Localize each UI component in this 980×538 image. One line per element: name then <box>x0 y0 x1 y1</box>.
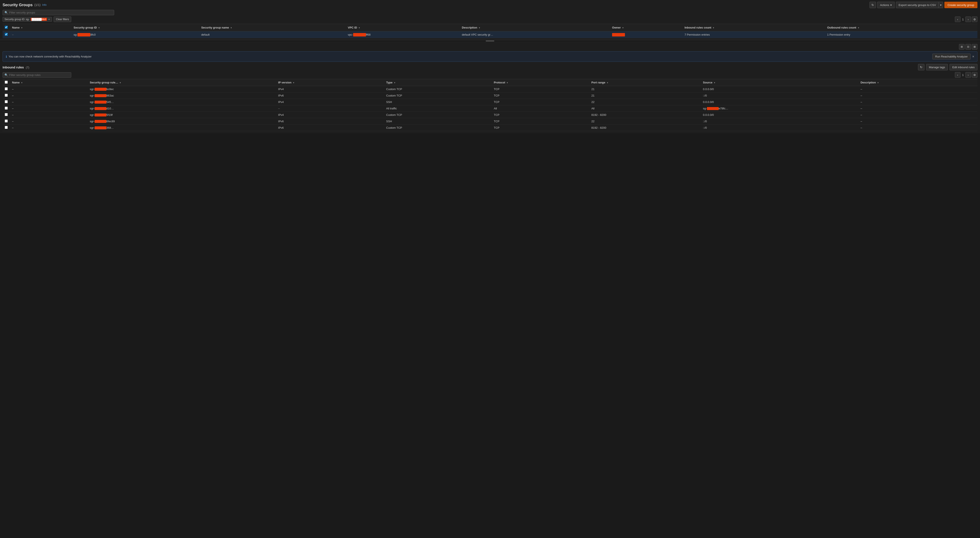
inbound-row-type: Custom TCP <box>384 112 492 118</box>
actions-button[interactable]: Actions ▾ <box>877 2 895 8</box>
filter-tag-value: ██████8fc0 <box>31 18 47 21</box>
inbound-row-checkbox[interactable] <box>5 113 8 116</box>
top-pagination: ‹ 1 › ⚙ <box>955 16 977 22</box>
inbound-table-row: – sgr- 863ac IPv6 Custom TCP TCP 21 ::/0… <box>3 92 977 99</box>
search-box: 🔍 <box>3 10 114 15</box>
notification-text: ℹ You can now check network connectivity… <box>6 55 92 58</box>
row-checkbox-cell <box>3 31 10 38</box>
view-toggle-split-button[interactable]: ⊞ <box>959 44 964 49</box>
view-toggle-grid-button[interactable]: ⊠ <box>972 44 977 49</box>
inbound-search-input[interactable] <box>9 73 69 76</box>
run-reachability-button[interactable]: Run Reachability Analyzer <box>932 54 970 59</box>
inbound-col-source[interactable]: Source ▾ <box>701 79 859 86</box>
row-outbound-count: 1 Permission entry <box>825 31 977 38</box>
inbound-row-source: 0.0.0.0/0 <box>701 99 859 105</box>
inbound-row-rule-id: sgr- 863ac <box>88 92 276 99</box>
inbound-row-ip-version: – <box>276 105 384 112</box>
sort-icon: ▾ <box>359 27 360 29</box>
edit-inbound-rules-button[interactable]: Edit inbound rules <box>950 64 977 70</box>
prev-page-button[interactable]: ‹ <box>955 16 961 22</box>
sort-icon: ▾ <box>120 81 121 84</box>
inbound-header-checkbox-cell <box>3 79 10 86</box>
sort-icon: ▾ <box>607 81 608 84</box>
section-divider[interactable] <box>0 40 980 42</box>
header-checkbox-cell <box>3 24 10 31</box>
inbound-next-page-button[interactable]: › <box>966 72 971 78</box>
chevron-down-icon: ▾ <box>940 3 942 6</box>
inbound-row-name: – <box>10 105 88 112</box>
inbound-row-checkbox[interactable] <box>5 100 8 103</box>
create-security-group-button[interactable]: Create security group <box>944 2 977 8</box>
next-page-button[interactable]: › <box>966 16 971 22</box>
inbound-row-checkbox[interactable] <box>5 107 8 110</box>
sort-icon: ▾ <box>858 27 859 29</box>
filter-row: Security group ID: sg- ██████8fc0 × Clea… <box>3 16 977 22</box>
col-outbound[interactable]: Outbound rules count ▾ <box>825 24 977 31</box>
export-btn-group: Export security groups to CSV ▾ <box>896 2 943 8</box>
divider-handle <box>486 41 494 41</box>
inbound-row-source: sg- e78fc… <box>701 105 859 112</box>
search-input[interactable] <box>9 11 112 14</box>
col-vpc-id[interactable]: VPC ID ▾ <box>345 24 460 31</box>
inbound-row-checkbox[interactable] <box>5 119 8 123</box>
filter-tag-sgid: Security group ID: sg- ██████8fc0 × <box>3 17 52 22</box>
top-section: Security Groups (1/1) Info ↻ Actions ▾ E… <box>0 0 980 40</box>
inbound-row-checkbox-cell <box>3 86 10 92</box>
inbound-select-all-checkbox[interactable] <box>5 81 8 84</box>
inbound-row-checkbox[interactable] <box>5 87 8 90</box>
inbound-col-description[interactable]: Description ▾ <box>858 79 977 86</box>
inbound-row-checkbox[interactable] <box>5 126 8 129</box>
col-name[interactable]: Name ▾ <box>10 24 72 31</box>
inbound-row-type: Custom TCP <box>384 86 492 92</box>
inbound-table-container: Name ▾ Security group rule… ▾ IP version… <box>3 79 977 131</box>
inbound-row-name: – <box>10 92 88 99</box>
inbound-row-checkbox-cell <box>3 92 10 99</box>
inbound-row-rule-id: sgr- 368… <box>88 125 276 131</box>
inbound-prev-page-button[interactable]: ‹ <box>955 72 961 78</box>
col-owner[interactable]: Owner ▾ <box>610 24 682 31</box>
table-row: – sg- 8fc0 default vpc- ff68 default VPC… <box>3 31 977 38</box>
inbound-toolbar: ↻ Manage tags Edit inbound rules <box>918 64 977 70</box>
filter-tag-close-icon[interactable]: × <box>48 18 50 21</box>
export-caret-button[interactable]: ▾ <box>939 2 943 8</box>
security-groups-table: Name ▾ Security group ID ▾ Security grou… <box>3 24 977 38</box>
inbound-row-protocol: TCP <box>492 118 589 125</box>
inbound-col-protocol[interactable]: Protocol ▾ <box>492 79 589 86</box>
inbound-row-checkbox[interactable] <box>5 94 8 97</box>
view-toggle-list-button[interactable]: ⊟ <box>966 44 971 49</box>
inbound-col-ip-version[interactable]: IP version ▾ <box>276 79 384 86</box>
inbound-row-ip-version: IPv6 <box>276 92 384 99</box>
main-table-container: Name ▾ Security group ID ▾ Security grou… <box>3 24 977 38</box>
inbound-title: Inbound rules (7) <box>3 65 29 69</box>
inbound-row-ip-version: IPv4 <box>276 112 384 118</box>
col-sg-id[interactable]: Security group ID ▾ <box>72 24 199 31</box>
inbound-col-name[interactable]: Name ▾ <box>10 79 88 86</box>
col-inbound[interactable]: Inbound rules count ▾ <box>682 24 825 31</box>
inbound-refresh-button[interactable]: ↻ <box>918 64 924 70</box>
refresh-button[interactable]: ↻ <box>870 2 876 8</box>
row-description: default VPC security gr… <box>460 31 610 38</box>
clear-filters-button[interactable]: Clear filters <box>54 16 72 22</box>
inbound-col-type[interactable]: Type ▾ <box>384 79 492 86</box>
inbound-row-description: – <box>858 99 977 105</box>
inbound-pagination-settings-button[interactable]: ⚙ <box>972 72 977 78</box>
select-all-checkbox[interactable] <box>5 26 8 29</box>
col-sg-name[interactable]: Security group name ▾ <box>199 24 345 31</box>
notification-message: You can now check network connectivity w… <box>9 55 92 58</box>
manage-tags-button[interactable]: Manage tags <box>926 64 948 70</box>
inbound-row-port-range: 21 <box>589 92 701 99</box>
notification-close-button[interactable]: × <box>972 55 974 58</box>
info-link[interactable]: Info <box>42 3 46 6</box>
inbound-row-checkbox-cell <box>3 105 10 112</box>
inbound-row-checkbox-cell <box>3 118 10 125</box>
inbound-col-rule-id[interactable]: Security group rule… ▾ <box>88 79 276 86</box>
page-number: 1 <box>961 18 964 21</box>
export-button[interactable]: Export security groups to CSV <box>896 2 939 8</box>
pagination-settings-button[interactable]: ⚙ <box>972 16 977 22</box>
inbound-table-row: – sgr- 368… IPv6 Custom TCP TCP 8192 - 8… <box>3 125 977 131</box>
col-description[interactable]: Description ▾ <box>460 24 610 31</box>
sort-icon: ▾ <box>394 81 395 84</box>
inbound-col-port-range[interactable]: Port range ▾ <box>589 79 701 86</box>
inbound-row-type: Custom TCP <box>384 125 492 131</box>
row-checkbox[interactable] <box>5 33 8 36</box>
